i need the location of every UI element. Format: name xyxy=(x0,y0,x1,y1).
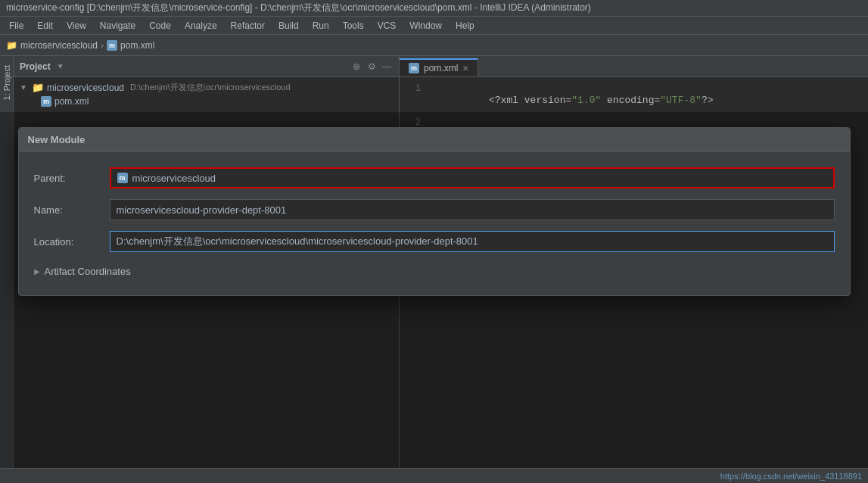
main-layout: 1: Project Project ▼ ⊕ ⚙ — ▼ 📁 microserv… xyxy=(0,56,868,483)
menu-build[interactable]: Build xyxy=(272,19,305,33)
line-number-1: 1 xyxy=(400,83,430,94)
menu-refactor[interactable]: Refactor xyxy=(225,19,271,33)
parent-row: Parent: m microservicescloud xyxy=(34,167,835,189)
tab-pom[interactable]: m pom.xml ✕ xyxy=(400,58,478,76)
editor-tabs: m pom.xml ✕ xyxy=(400,56,868,77)
pom-icon: m xyxy=(107,40,117,51)
name-row: Name: xyxy=(34,199,835,220)
collapse-icon[interactable]: — xyxy=(381,61,393,73)
parent-m-icon: m xyxy=(117,173,128,183)
breadcrumb-file[interactable]: pom.xml xyxy=(120,40,154,51)
parent-value: microservicescloud xyxy=(132,173,216,184)
menu-tools[interactable]: Tools xyxy=(337,19,370,33)
artifact-chevron-icon: ▶ xyxy=(34,267,40,276)
breadcrumb-project[interactable]: microservicescloud xyxy=(20,40,98,51)
pom-label: pom.xml xyxy=(54,96,89,107)
menu-window[interactable]: Window xyxy=(403,19,448,33)
dialog-body: Parent: m microservicescloud Name: Locat… xyxy=(19,152,850,295)
location-label: Location: xyxy=(34,236,110,248)
panel-title: Project xyxy=(20,61,51,72)
sidebar-tab-project[interactable]: 1: Project xyxy=(1,59,13,106)
tree-item-pom[interactable]: m pom.xml xyxy=(14,95,399,108)
breadcrumb-separator: › xyxy=(101,40,104,51)
name-input[interactable] xyxy=(110,199,835,220)
dropdown-icon[interactable]: ▼ xyxy=(57,62,64,70)
dialog-title: New Module xyxy=(19,128,850,152)
menu-help[interactable]: Help xyxy=(450,19,481,33)
parent-field[interactable]: m microservicescloud xyxy=(110,167,835,189)
pom-m-icon: m xyxy=(41,96,51,107)
menu-view[interactable]: View xyxy=(61,19,92,33)
name-label: Name: xyxy=(34,204,110,216)
menu-bar: File Edit View Navigate Code Analyze Ref… xyxy=(0,17,868,35)
artifact-header[interactable]: ▶ Artifact Coordinates xyxy=(34,263,835,280)
location-row: Location: xyxy=(34,231,835,252)
tab-pom-label: pom.xml xyxy=(424,63,458,73)
artifact-section: ▶ Artifact Coordinates xyxy=(34,263,835,280)
tree-item-root[interactable]: ▼ 📁 microservicescloud D:\chenjm\开发信息\oc… xyxy=(14,80,399,95)
new-module-dialog: New Module Parent: m microservicescloud … xyxy=(18,127,851,296)
title-bar: microservice-config [D:\chenjm\开发信息\micr… xyxy=(0,0,868,17)
parent-label: Parent: xyxy=(34,173,110,184)
title-text: microservice-config [D:\chenjm\开发信息\micr… xyxy=(6,2,591,14)
menu-edit[interactable]: Edit xyxy=(31,19,59,33)
location-input[interactable] xyxy=(110,231,835,252)
folder-icon: 📁 xyxy=(6,40,17,51)
expand-icon: ▼ xyxy=(20,83,29,92)
menu-code[interactable]: Code xyxy=(143,19,177,33)
root-label: microservicescloud xyxy=(47,83,124,93)
tab-close-icon[interactable]: ✕ xyxy=(462,64,468,73)
root-path: D:\chenjm\开发信息\ocr\microservicescloud xyxy=(130,82,291,93)
menu-analyze[interactable]: Analyze xyxy=(179,19,223,33)
menu-run[interactable]: Run xyxy=(306,19,335,33)
menu-navigate[interactable]: Navigate xyxy=(94,19,142,33)
tab-pom-icon: m xyxy=(409,63,419,73)
breadcrumb: 📁 microservicescloud › m pom.xml xyxy=(0,35,868,56)
dialog-overlay: New Module Parent: m microservicescloud … xyxy=(0,112,868,483)
panel-icons: ⊕ ⚙ — xyxy=(350,61,393,73)
settings-icon[interactable]: ⚙ xyxy=(366,61,378,73)
menu-vcs[interactable]: VCS xyxy=(372,19,403,33)
status-bar: https://blog.csdn.net/weixin_43118891 xyxy=(0,468,868,483)
status-url: https://blog.csdn.net/weixin_43118891 xyxy=(720,472,862,481)
artifact-label: Artifact Coordinates xyxy=(45,266,131,277)
globe-icon[interactable]: ⊕ xyxy=(350,61,362,73)
panel-header: Project ▼ ⊕ ⚙ — xyxy=(14,56,399,77)
menu-file[interactable]: File xyxy=(3,19,30,33)
folder-icon: 📁 xyxy=(32,82,44,93)
